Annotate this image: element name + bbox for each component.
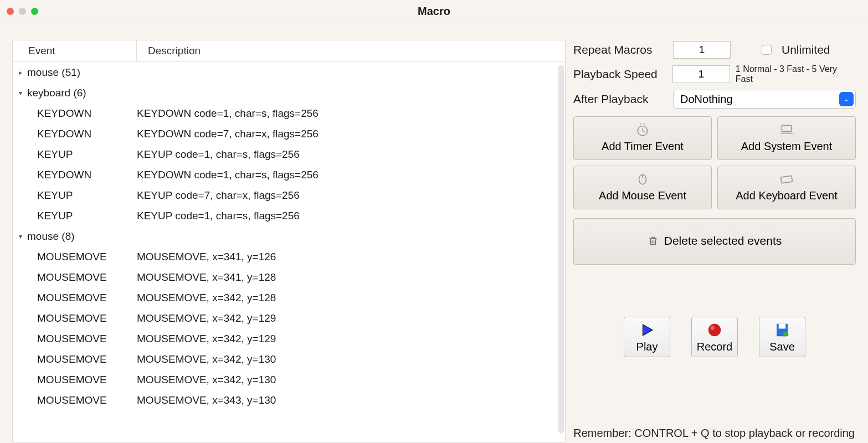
event-cell: KEYDOWN xyxy=(37,107,137,120)
close-icon[interactable] xyxy=(7,8,14,15)
clock-icon xyxy=(633,122,652,137)
description-cell: MOUSEMOVE, x=343, y=130 xyxy=(137,394,565,406)
column-description[interactable]: Description xyxy=(137,40,565,61)
tree-item[interactable]: KEYUPKEYUP code=1, char=s, flags=256 xyxy=(13,205,565,226)
add-keyboard-button[interactable]: Add Keyboard Event xyxy=(717,166,856,209)
speed-input[interactable] xyxy=(672,65,730,83)
tree-item[interactable]: MOUSEMOVEMOUSEMOVE, x=342, y=129 xyxy=(13,308,565,328)
repeat-input[interactable] xyxy=(673,41,731,59)
event-cell: MOUSEMOVE xyxy=(37,251,137,263)
svg-rect-8 xyxy=(779,324,786,329)
after-playback-select[interactable]: DoNothing xyxy=(673,90,856,109)
description-cell: KEYUP code=7, char=x, flags=256 xyxy=(137,189,565,202)
mouse-icon xyxy=(633,172,652,186)
tree-item[interactable]: MOUSEMOVEMOUSEMOVE, x=342, y=128 xyxy=(13,287,565,308)
tree-item[interactable]: MOUSEMOVEMOUSEMOVE, x=342, y=130 xyxy=(13,369,565,390)
event-tree[interactable]: ▸mouse (51)▾keyboard (6)KEYDOWNKEYDOWN c… xyxy=(13,62,565,442)
description-cell: KEYDOWN code=1, char=s, flags=256 xyxy=(137,169,565,181)
column-event[interactable]: Event xyxy=(13,40,137,61)
event-cell: MOUSEMOVE xyxy=(37,394,137,406)
description-cell: KEYDOWN code=7, char=x, flags=256 xyxy=(137,128,565,140)
unlimited-checkbox[interactable] xyxy=(762,45,772,55)
tree-item[interactable]: MOUSEMOVEMOUSEMOVE, x=342, y=129 xyxy=(13,328,565,349)
add-system-button[interactable]: Add System Event xyxy=(717,116,856,160)
record-button[interactable]: Record xyxy=(691,317,738,357)
controls-panel: Repeat Macros Unlimited Playback Speed 1… xyxy=(573,40,856,443)
tree-item[interactable]: MOUSEMOVEMOUSEMOVE, x=341, y=128 xyxy=(13,267,565,287)
chevron-down-icon[interactable]: ▾ xyxy=(16,89,25,97)
chevron-right-icon[interactable]: ▸ xyxy=(16,69,25,76)
description-cell: KEYUP code=1, char=s, flags=256 xyxy=(137,210,565,222)
tree-item[interactable]: KEYDOWNKEYDOWN code=7, char=x, flags=256 xyxy=(13,123,565,144)
footer-hint: Remember: CONTROL + Q to stop playback o… xyxy=(573,427,855,440)
event-table: Event Description ▸mouse (51)▾keyboard (… xyxy=(12,40,566,443)
tree-item[interactable]: MOUSEMOVEMOUSEMOVE, x=341, y=126 xyxy=(13,246,565,267)
tree-group[interactable]: ▸mouse (51) xyxy=(13,62,565,83)
speed-label: Playback Speed xyxy=(573,68,667,81)
tree-item[interactable]: MOUSEMOVEMOUSEMOVE, x=343, y=130 xyxy=(13,390,565,410)
laptop-icon xyxy=(777,122,796,137)
unlimited-label: Unlimited xyxy=(782,43,830,56)
description-cell: MOUSEMOVE, x=342, y=130 xyxy=(137,374,565,386)
table-header: Event Description xyxy=(13,40,565,62)
play-button[interactable]: Play xyxy=(624,317,670,357)
description-cell: MOUSEMOVE, x=341, y=128 xyxy=(137,271,565,284)
event-cell: MOUSEMOVE xyxy=(37,333,137,345)
description-cell: KEYUP code=1, char=s, flags=256 xyxy=(137,148,565,161)
event-cell: KEYDOWN xyxy=(37,169,137,181)
svg-rect-3 xyxy=(781,176,793,183)
tree-item[interactable]: KEYDOWNKEYDOWN code=1, char=s, flags=256 xyxy=(13,164,565,185)
description-cell: MOUSEMOVE, x=342, y=130 xyxy=(137,353,565,365)
svg-rect-1 xyxy=(782,125,791,131)
tree-group[interactable]: ▾keyboard (6) xyxy=(13,83,565,103)
event-cell: KEYDOWN xyxy=(37,128,137,140)
window-controls xyxy=(7,8,38,15)
titlebar: Macro xyxy=(0,0,868,23)
description-cell: MOUSEMOVE, x=342, y=129 xyxy=(137,333,565,345)
chevron-down-icon[interactable]: ▾ xyxy=(16,233,25,240)
repeat-label: Repeat Macros xyxy=(573,43,667,56)
event-cell: MOUSEMOVE xyxy=(37,271,137,284)
save-button[interactable]: Save xyxy=(759,317,805,357)
window-title: Macro xyxy=(418,5,450,18)
svg-point-5 xyxy=(708,324,721,337)
event-cell: KEYUP xyxy=(37,148,137,161)
event-cell: MOUSEMOVE xyxy=(37,374,137,386)
group-label: mouse (8) xyxy=(25,230,75,243)
description-cell: MOUSEMOVE, x=342, y=128 xyxy=(137,292,565,304)
description-cell: MOUSEMOVE, x=342, y=129 xyxy=(137,312,565,324)
save-icon xyxy=(773,322,792,338)
tree-item[interactable]: KEYUPKEYUP code=7, char=x, flags=256 xyxy=(13,185,565,205)
svg-point-6 xyxy=(711,326,715,331)
tree-item[interactable]: MOUSEMOVEMOUSEMOVE, x=342, y=130 xyxy=(13,349,565,369)
play-icon xyxy=(638,322,656,338)
tree-group[interactable]: ▾mouse (8) xyxy=(13,226,565,246)
tree-item[interactable]: KEYUPKEYUP code=1, char=s, flags=256 xyxy=(13,144,565,164)
speed-hint: 1 Normal - 3 Fast - 5 Very Fast xyxy=(736,64,856,84)
event-cell: MOUSEMOVE xyxy=(37,312,137,324)
add-mouse-button[interactable]: Add Mouse Event xyxy=(573,166,712,209)
event-cell: KEYUP xyxy=(37,189,137,202)
after-playback-label: After Playback xyxy=(573,92,667,106)
group-label: keyboard (6) xyxy=(25,87,86,99)
description-cell: MOUSEMOVE, x=341, y=126 xyxy=(137,251,565,263)
event-cell: KEYUP xyxy=(37,210,137,222)
minimize-icon[interactable] xyxy=(19,8,26,15)
keyboard-icon xyxy=(777,172,796,186)
svg-marker-4 xyxy=(643,324,653,336)
description-cell: KEYDOWN code=1, char=s, flags=256 xyxy=(137,107,565,120)
event-cell: MOUSEMOVE xyxy=(37,292,137,304)
maximize-icon[interactable] xyxy=(31,8,38,15)
group-label: mouse (51) xyxy=(25,66,80,79)
trash-icon xyxy=(648,235,659,247)
record-icon xyxy=(705,322,724,338)
event-cell: MOUSEMOVE xyxy=(37,353,137,365)
tree-item[interactable]: KEYDOWNKEYDOWN code=1, char=s, flags=256 xyxy=(13,103,565,123)
add-timer-button[interactable]: Add Timer Event xyxy=(573,116,712,160)
delete-events-button[interactable]: Delete selected events xyxy=(573,218,856,265)
